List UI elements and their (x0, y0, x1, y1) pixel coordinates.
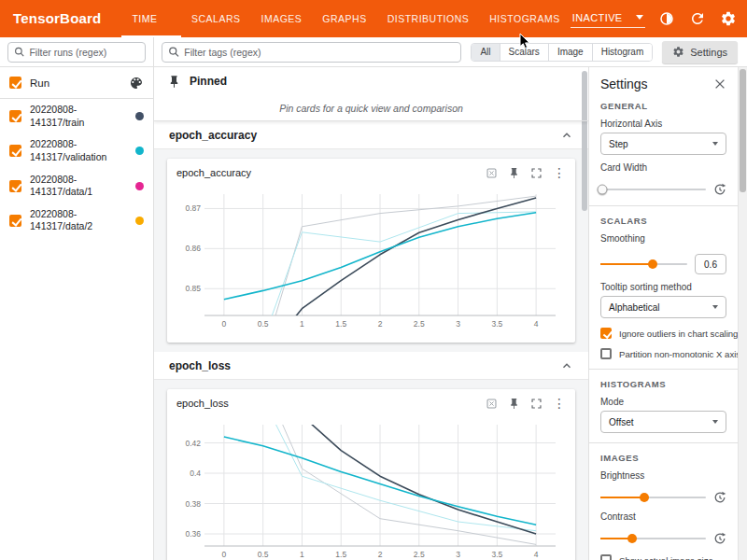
svg-text:0.4: 0.4 (190, 469, 201, 478)
status-dropdown[interactable]: INACTIVE (571, 10, 645, 28)
page-scrollbar[interactable] (738, 67, 747, 560)
fit-icon[interactable] (486, 167, 498, 179)
svg-text:0.87: 0.87 (185, 203, 201, 213)
run-name: 20220808- 141317/data/2 (30, 208, 127, 233)
run-name-line: 141317/data/2 (30, 220, 127, 233)
tab-time-series[interactable]: TIME SERIES (121, 0, 181, 37)
reset-contrast-button[interactable] (713, 532, 726, 545)
svg-text:3.5: 3.5 (491, 550, 502, 559)
card-width-slider[interactable] (600, 189, 706, 190)
search-icon (14, 46, 24, 58)
more-options-icon[interactable]: ⋮ (553, 166, 566, 179)
card-header: epoch_loss ⋮ (173, 391, 570, 415)
reset-card-width-button[interactable] (713, 183, 726, 196)
palette-icon[interactable] (129, 76, 144, 91)
section-title: epoch_loss (169, 359, 231, 372)
svg-text:3: 3 (456, 550, 460, 559)
histogram-mode-select[interactable]: Offset (600, 411, 726, 433)
collapse-section-button[interactable] (560, 359, 573, 372)
fullscreen-icon[interactable] (530, 167, 543, 179)
ignore-outliers-row[interactable]: Ignore outliers in chart scaling (600, 328, 726, 339)
run-checkbox[interactable] (9, 215, 21, 227)
run-row-validation[interactable]: 20220808- 141317/validation (0, 133, 153, 168)
smoothing-value-input[interactable] (695, 254, 726, 274)
pin-card-icon[interactable] (508, 398, 520, 410)
svg-text:3: 3 (456, 319, 460, 329)
run-checkbox[interactable] (9, 145, 21, 157)
section-header-epoch-loss[interactable]: epoch_loss (154, 352, 588, 380)
filter-tags-input[interactable] (184, 47, 455, 58)
chevron-down-icon (712, 305, 718, 309)
run-name: 20220808- 141317/train (30, 104, 127, 129)
run-row-train[interactable]: 20220808- 141317/train (0, 99, 153, 133)
contrast-icon (658, 10, 675, 27)
filter-chip-image[interactable]: Image (549, 44, 593, 61)
filter-chip-histogram[interactable]: Histogram (593, 44, 653, 61)
more-options-icon[interactable]: ⋮ (553, 397, 566, 410)
epoch-loss-chart[interactable]: 00.511.522.533.540.360.380.40.42 (173, 415, 567, 560)
run-row-data-2[interactable]: 20220808- 141317/data/2 (0, 203, 153, 238)
show-actual-size-checkbox[interactable] (600, 554, 612, 560)
svg-text:2.5: 2.5 (414, 319, 425, 329)
show-actual-size-label: Show actual image size (619, 555, 713, 560)
partition-x-axis-row[interactable]: Partition non-monotonic X axis i (600, 348, 726, 359)
filter-toolbar: All Scalars Image Histogram Settings (0, 37, 747, 67)
main-scrollbar[interactable] (582, 69, 587, 558)
fullscreen-icon[interactable] (530, 398, 543, 410)
tab-distributions[interactable]: DISTRIBUTIONS (377, 0, 480, 37)
svg-text:1.5: 1.5 (335, 319, 346, 329)
tab-scalars[interactable]: SCALARS (181, 0, 251, 37)
run-checkbox[interactable] (9, 110, 21, 122)
divider (589, 442, 738, 443)
run-checkbox[interactable] (9, 180, 21, 192)
tab-images[interactable]: IMAGES (250, 0, 312, 37)
chevron-up-icon (560, 359, 573, 372)
tooltip-sorting-select[interactable]: Alphabetical (600, 296, 726, 318)
smoothing-row (600, 254, 726, 274)
filter-tags-box[interactable] (162, 42, 461, 63)
run-name-line: 141317/data/1 (30, 186, 127, 199)
tags-filter-cell: All Scalars Image Histogram Settings (154, 37, 747, 66)
main-nav: TIME SERIES SCALARS IMAGES GRAPHS DISTRI… (121, 0, 570, 37)
filter-runs-box[interactable] (7, 42, 146, 63)
gear-icon (672, 46, 684, 58)
filter-chip-all[interactable]: All (472, 44, 500, 61)
divider (589, 369, 738, 370)
fit-icon[interactable] (486, 398, 498, 410)
show-actual-size-row[interactable]: Show actual image size (600, 554, 726, 560)
smoothing-slider[interactable] (600, 263, 687, 265)
tensorboard-app: TensorBoard TIME SERIES SCALARS IMAGES G… (0, 0, 747, 560)
reset-brightness-button[interactable] (713, 491, 726, 504)
close-icon (713, 77, 726, 91)
filter-chip-scalars[interactable]: Scalars (500, 44, 549, 61)
global-settings-button[interactable] (719, 9, 738, 28)
refresh-button[interactable] (688, 9, 707, 28)
tooltip-sorting-label: Tooltip sorting method (600, 282, 726, 292)
brightness-label: Brightness (600, 470, 726, 481)
section-label-general: GENERAL (600, 101, 726, 111)
chevron-up-icon (560, 129, 573, 142)
filter-runs-input[interactable] (29, 47, 139, 58)
svg-text:4: 4 (534, 550, 539, 559)
partition-x-axis-checkbox[interactable] (600, 348, 612, 359)
run-row-data-1[interactable]: 20220808- 141317/data/1 (0, 169, 153, 203)
scrollbar-thumb[interactable] (582, 71, 587, 211)
close-settings-button[interactable] (713, 77, 726, 91)
tab-histograms[interactable]: HISTOGRAMS (479, 0, 570, 37)
header-actions: INACTIVE ? (571, 0, 747, 37)
scrollbar-thumb[interactable] (740, 69, 746, 192)
horizontal-axis-select[interactable]: Step (600, 133, 726, 155)
contrast-slider[interactable] (600, 538, 706, 539)
settings-button[interactable]: Settings (662, 41, 738, 63)
epoch-accuracy-chart[interactable]: 00.511.522.533.540.850.860.87 (173, 185, 567, 334)
histogram-mode-value: Offset (609, 417, 634, 427)
collapse-section-button[interactable] (560, 129, 573, 142)
section-header-epoch-accuracy[interactable]: epoch_accuracy (154, 121, 588, 149)
brightness-slider[interactable] (600, 497, 706, 498)
ignore-outliers-checkbox[interactable] (600, 328, 612, 339)
theme-toggle-button[interactable] (657, 9, 676, 28)
chevron-down-icon (712, 142, 718, 146)
tab-graphs[interactable]: GRAPHS (312, 0, 376, 37)
pin-card-icon[interactable] (508, 167, 520, 179)
select-all-runs-checkbox[interactable] (9, 77, 21, 89)
